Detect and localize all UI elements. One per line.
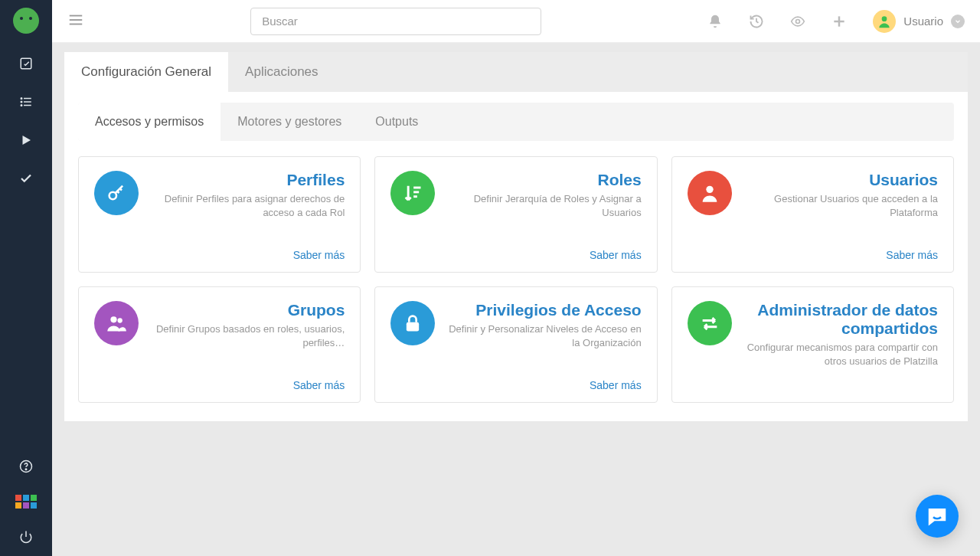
avatar [873,10,896,33]
card-key[interactable]: PerfilesDefinir Perfiles para asignar de… [78,156,361,273]
topbar-actions: Usuario [707,10,965,33]
primary-tab-1[interactable]: Aplicaciones [228,52,335,92]
card-grid: PerfilesDefinir Perfiles para asignar de… [78,156,954,403]
secondary-tab-0[interactable]: Accesos y permisos [78,103,220,141]
svg-point-17 [882,16,887,21]
chat-fab[interactable] [916,495,959,538]
svg-point-9 [25,469,27,470]
plus-icon [831,14,847,29]
svg-point-6 [21,105,22,106]
user-icon [688,171,732,215]
sidebar-item-help[interactable] [0,447,52,486]
svg-rect-25 [407,322,419,332]
secondary-tab-1[interactable]: Motores y gestores [220,103,358,141]
sidebar [0,0,52,556]
card-title: Privilegios de Acceso [447,301,641,319]
panel-body: Accesos y permisosMotores y gestoresOutp… [64,92,968,421]
add-button[interactable] [831,14,847,29]
sort-down-icon [390,171,435,215]
primary-tabs: Configuración GeneralAplicaciones [64,52,968,92]
user-menu-chevron [951,15,965,28]
play-icon [19,133,33,147]
svg-point-4 [21,98,22,100]
card-more-link[interactable]: Saber más [688,237,938,261]
chat-icon [926,505,949,528]
sidebar-item-list[interactable] [0,83,52,121]
power-icon [19,530,33,544]
settings-panel: Configuración GeneralAplicaciones Acceso… [64,52,968,421]
card-more-link[interactable]: Saber más [390,237,641,261]
card-title: Perfiles [151,171,345,189]
secondary-tab-2[interactable]: Outputs [358,103,435,141]
svg-point-5 [21,101,22,103]
sidebar-item-play[interactable] [0,121,52,159]
card-more-link[interactable]: Saber más [94,237,345,261]
card-description: Definir Grupos basados en roles, usuario… [151,322,345,350]
app-logo[interactable] [13,0,39,44]
svg-point-14 [796,19,800,23]
avatar-icon [877,14,892,29]
search-input[interactable] [250,8,541,35]
search-box [250,8,541,35]
main-area: Usuario Configuración GeneralAplicacione… [52,0,980,556]
question-circle-icon [19,460,33,473]
card-users[interactable]: GruposDefinir Grupos basados en roles, u… [78,286,361,403]
list-icon [19,95,33,109]
sidebar-item-power[interactable] [0,518,52,556]
sidebar-item-check[interactable] [0,159,52,198]
card-description: Configurar mecanismos para compartir con… [744,341,938,368]
card-description: Definir Perfiles para asignar derechos d… [151,192,345,220]
sidebar-item-edit[interactable] [0,44,52,83]
topbar: Usuario [52,0,980,43]
pencil-square-icon [19,57,33,70]
history-button[interactable] [749,14,764,29]
user-menu[interactable]: Usuario [873,10,965,33]
card-user[interactable]: UsuariosGestionar Usuarios que acceden a… [671,156,954,273]
secondary-tabs: Accesos y permisosMotores y gestoresOutp… [78,103,954,141]
card-title: Usuarios [744,171,938,189]
notifications-button[interactable] [707,14,723,29]
svg-point-23 [110,316,116,322]
card-sort-down[interactable]: RolesDefinir Jerarquía de Roles y Asigna… [374,156,657,273]
bell-icon [707,14,723,29]
hamburger-icon [67,11,84,28]
svg-marker-7 [23,136,31,145]
card-description: Definir Jerarquía de Roles y Asignar a U… [447,192,641,220]
menu-toggle-button[interactable] [67,11,84,31]
card-exchange[interactable]: Administrador de datos compartidosConfig… [671,286,954,403]
key-icon [94,171,139,215]
apps-grid-icon [15,495,37,509]
sidebar-item-apps[interactable] [0,486,52,518]
card-title: Roles [447,171,641,189]
svg-point-22 [706,186,713,193]
check-icon [19,172,33,185]
card-description: Gestionar Usuarios que acceden a la Plat… [744,192,938,220]
chevron-down-icon [954,18,962,25]
user-name: Usuario [903,15,943,28]
eye-icon [790,14,805,29]
svg-rect-0 [21,58,31,69]
exchange-icon [688,301,732,345]
card-lock[interactable]: Privilegios de AccesoDefinir y Personali… [374,286,657,403]
visibility-button[interactable] [790,14,805,29]
history-icon [749,14,764,29]
card-description: Definir y Personalizar Niveles de Acceso… [447,322,641,350]
card-more-link[interactable]: Saber más [390,367,641,391]
svg-point-18 [109,192,116,199]
card-more-link[interactable]: Saber más [94,367,345,391]
primary-tab-0[interactable]: Configuración General [64,52,228,92]
card-title: Grupos [151,301,345,319]
card-title: Administrador de datos compartidos [744,301,938,338]
svg-point-24 [118,318,122,322]
lock-icon [390,301,435,345]
users-icon [94,301,139,345]
